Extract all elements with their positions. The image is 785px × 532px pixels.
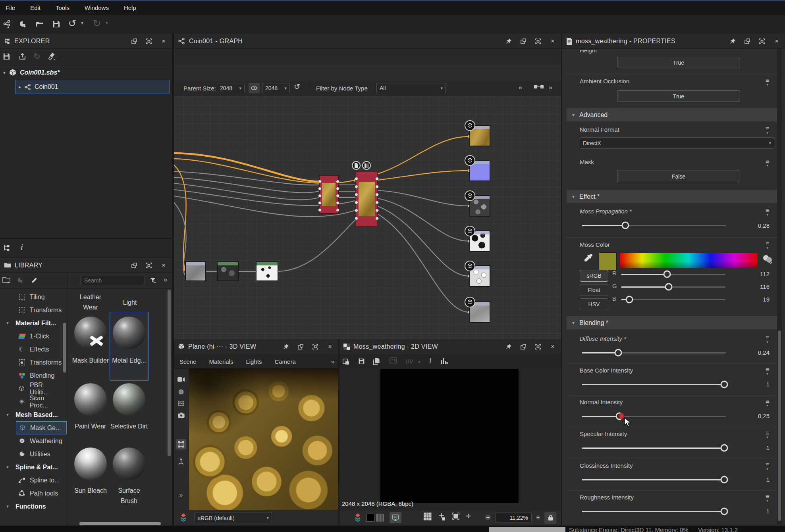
overflow-icon[interactable]: »	[176, 490, 186, 500]
float-icon[interactable]	[296, 342, 305, 351]
preset-menu-icon[interactable]: ≡▾	[766, 127, 769, 135]
mask-value-button[interactable]: False	[617, 171, 740, 182]
normal-intensity-slider[interactable]	[582, 416, 726, 417]
specular-intensity-value[interactable]: 1	[734, 444, 770, 451]
library-category-transforms[interactable]: Transforms	[0, 303, 64, 317]
color-swatch[interactable]	[599, 252, 617, 270]
export-image-icon[interactable]	[343, 357, 350, 365]
filter-icon[interactable]	[149, 277, 156, 284]
preset-menu-icon[interactable]: ≡▾	[766, 336, 769, 344]
roughness-intensity-value[interactable]: 1	[734, 508, 770, 515]
new-substance-button[interactable]	[2, 19, 13, 30]
colorspace-layers-icon[interactable]	[354, 513, 362, 522]
library-category-material-filters[interactable]: ▾Material Filt...	[0, 317, 64, 330]
add-folder-icon[interactable]	[2, 277, 10, 283]
transform-tool-icon[interactable]	[438, 513, 445, 520]
undo-dropdown-icon[interactable]: ▾	[81, 20, 83, 26]
uv-dropdown-icon[interactable]: ▾	[418, 359, 420, 365]
channel-g-value[interactable]: 116	[734, 283, 770, 290]
package-name[interactable]: Coin001.sbs*	[20, 69, 60, 76]
overflow-icon[interactable]: »	[519, 84, 522, 91]
close-icon[interactable]: ×	[159, 37, 168, 46]
background-checker-swatch[interactable]	[376, 514, 384, 522]
maximize-icon[interactable]	[534, 342, 542, 351]
asset-thumb-mask-builder[interactable]	[74, 317, 107, 349]
zoom-out-icon[interactable]	[485, 514, 491, 520]
ambient-occlusion-value-button[interactable]: True	[617, 90, 740, 102]
overflow-icon[interactable]: »	[164, 276, 167, 283]
maximize-icon[interactable]	[145, 261, 153, 270]
graph-canvas[interactable]	[174, 96, 561, 339]
library-category-functions[interactable]: ▾Functions	[0, 500, 64, 513]
base-color-intensity-slider[interactable]	[582, 384, 726, 385]
hsv-mode-button[interactable]: HSV	[580, 298, 608, 310]
overflow-icon[interactable]: »	[331, 358, 334, 365]
maximize-icon[interactable]	[311, 342, 320, 351]
undo-icon[interactable]: ↺	[68, 18, 76, 29]
preset-menu-icon[interactable]: ≡▾	[766, 209, 769, 217]
library-category-blending[interactable]: Blending	[0, 369, 64, 382]
library-category-transforms-2[interactable]: Transforms	[0, 356, 64, 369]
pin-icon[interactable]	[504, 342, 513, 351]
save-all-icon[interactable]	[2, 52, 11, 61]
asset-thumb-surface-brush[interactable]	[113, 447, 145, 480]
frame-texture-icon[interactable]	[452, 513, 459, 520]
section-advanced[interactable]: ▾Advanced	[567, 108, 779, 121]
overflow-icon[interactable]: »	[549, 84, 552, 91]
actual-size-icon[interactable]: ✛	[466, 513, 471, 520]
diffuse-intensity-value[interactable]: 0,24	[734, 349, 770, 356]
image-reload-icon[interactable]	[390, 357, 397, 365]
node-flag-icon[interactable]	[352, 161, 361, 170]
grid-icon[interactable]	[424, 513, 432, 520]
preset-menu-icon[interactable]: ≡▾	[766, 242, 769, 250]
diffuse-intensity-slider[interactable]	[582, 352, 726, 353]
export-icon[interactable]	[18, 52, 27, 61]
preset-menu-icon[interactable]: ≡▾	[766, 159, 769, 167]
float-icon[interactable]	[519, 37, 528, 46]
library-category-1-click[interactable]: 1-Click	[0, 330, 64, 343]
asset-label[interactable]: Leather Wear	[71, 292, 110, 313]
asset-thumb-selective-dirt[interactable]	[113, 383, 145, 416]
preset-menu-icon[interactable]: ≡▾	[766, 431, 769, 439]
library-category-effects[interactable]: ☾Effects	[0, 343, 64, 356]
category-scrollbar[interactable]	[63, 323, 66, 373]
menu-windows[interactable]: Windows	[85, 4, 109, 11]
close-icon[interactable]: ×	[326, 342, 334, 351]
display-channels-icon[interactable]	[390, 512, 401, 523]
asset-label[interactable]: Surface Brush	[110, 486, 148, 506]
edit-icon[interactable]	[31, 277, 38, 284]
asset-thumb-sun-bleach[interactable]	[74, 447, 107, 480]
redo-icon[interactable]: ↻	[93, 18, 101, 29]
preset-menu-icon[interactable]: ≡▾	[766, 368, 769, 376]
histogram-icon[interactable]	[441, 358, 448, 364]
float-icon[interactable]	[130, 261, 139, 270]
copy-image-icon[interactable]	[373, 357, 380, 365]
view3d-viewport[interactable]	[189, 369, 338, 510]
moss-propagation-slider[interactable]	[582, 225, 726, 226]
view2d-canvas[interactable]: 2048 x 2048 (RGBA, 8bpc)	[339, 369, 561, 510]
graph-item-label[interactable]: Coin001	[35, 83, 58, 90]
base-color-intensity-value[interactable]: 1	[734, 381, 770, 388]
asset-thumb-metal-edge[interactable]	[113, 317, 145, 349]
specular-intensity-slider[interactable]	[582, 447, 726, 449]
library-category-tiling[interactable]: Tiling	[0, 290, 64, 303]
menu-edit[interactable]: Edit	[30, 4, 41, 11]
package-row[interactable]: ▾ Coin001.sbs*	[0, 65, 172, 80]
asset-label[interactable]: Mask Builder	[71, 355, 110, 366]
float-icon[interactable]	[130, 37, 139, 46]
channel-b-slider[interactable]	[621, 299, 725, 300]
parent-size-width-select[interactable]: 2048▾	[217, 83, 245, 93]
roughness-intensity-slider[interactable]	[582, 511, 726, 512]
maximize-icon[interactable]	[145, 37, 153, 46]
slider-handle[interactable]	[621, 222, 629, 229]
asset-grid-scrollbar[interactable]	[168, 290, 171, 456]
preset-menu-icon[interactable]: ≡▾	[766, 495, 769, 503]
menu-materials[interactable]: Materials	[209, 358, 233, 365]
channel-b-value[interactable]: 19	[734, 296, 770, 303]
library-category-weathering[interactable]: Weathering	[0, 434, 64, 447]
colorspace-select[interactable]: sRGB (default)▾	[195, 513, 272, 523]
preset-menu-icon[interactable]: ≡▾	[766, 79, 769, 86]
material-sphere-icon[interactable]: ◍	[176, 386, 186, 396]
info-icon[interactable]: i	[429, 356, 431, 365]
preset-menu-icon[interactable]: ≡▾	[766, 399, 769, 407]
